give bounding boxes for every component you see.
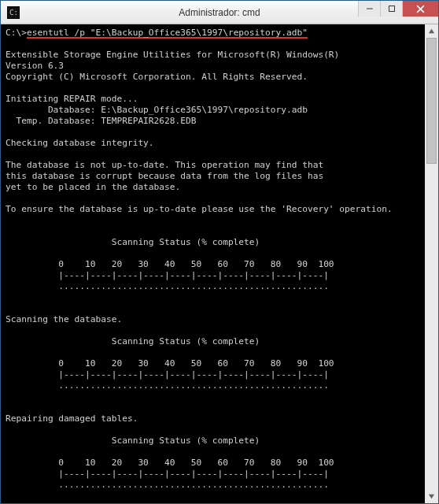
prompt: C:\> xyxy=(6,28,27,38)
cmd-window: C: Administrador: cmd C:\>esentutl /p "E… xyxy=(0,0,439,504)
svg-rect-4 xyxy=(389,6,394,12)
out-line: Scanning Status (% complete) xyxy=(6,435,260,446)
out-line: 0 10 20 30 40 50 60 70 80 90 100 xyxy=(6,458,334,468)
out-line: |----|----|----|----|----|----|----|----… xyxy=(6,270,329,280)
out-line: Copyright (C) Microsoft Corporation. All… xyxy=(6,72,308,82)
close-button[interactable] xyxy=(402,1,438,17)
terminal-output[interactable]: C:\>esentutl /p "E:\Backup_Office365\199… xyxy=(1,24,438,503)
out-line: Extensible Storage Engine Utilities for … xyxy=(6,50,339,60)
scroll-up-button[interactable] xyxy=(425,24,438,38)
out-line: Scanning Status (% complete) xyxy=(6,237,260,247)
out-line: yet to be placed in the database. xyxy=(6,182,180,192)
scroll-down-button[interactable] xyxy=(425,490,438,503)
out-line: Database: E:\Backup_Office365\1997\repos… xyxy=(6,105,308,115)
out-line: Scanning Status (% complete) xyxy=(6,336,260,346)
scroll-thumb[interactable] xyxy=(426,38,437,164)
cmd-icon: C: xyxy=(7,6,20,19)
out-line: The database is not up-to-date. This ope… xyxy=(6,160,323,170)
out-line: this database is corrupt because data fr… xyxy=(6,171,323,181)
out-line: ........................................… xyxy=(6,281,329,291)
out-line: Temp. Database: TEMPREPAIR2628.EDB xyxy=(6,116,196,126)
out-line: 0 10 20 30 40 50 60 70 80 90 100 xyxy=(6,259,334,269)
svg-marker-8 xyxy=(429,495,434,498)
maximize-button[interactable] xyxy=(380,1,402,17)
svg-text:C:: C: xyxy=(9,9,18,17)
out-line: ........................................… xyxy=(6,380,329,391)
out-line: ........................................… xyxy=(6,480,329,490)
out-line: Initiating REPAIR mode... xyxy=(6,94,138,104)
out-line: |----|----|----|----|----|----|----|----… xyxy=(6,369,329,380)
out-line: Repairing damaged tables. xyxy=(6,413,138,424)
minimize-button[interactable] xyxy=(358,1,380,17)
titlebar[interactable]: C: Administrador: cmd xyxy=(1,1,438,24)
svg-marker-7 xyxy=(429,29,434,33)
command-text: esentutl /p "E:\Backup_Office365\1997\re… xyxy=(27,28,308,38)
out-line: Scanning the database. xyxy=(6,314,122,324)
vertical-scrollbar[interactable] xyxy=(425,24,438,503)
out-line: |----|----|----|----|----|----|----|----… xyxy=(6,469,329,479)
out-line: 0 10 20 30 40 50 60 70 80 90 100 xyxy=(6,358,334,369)
out-line: Checking database integrity. xyxy=(6,138,154,148)
window-controls xyxy=(358,1,438,17)
window-title: Administrador: cmd xyxy=(179,7,260,18)
out-line: To ensure the database is up-to-date ple… xyxy=(6,204,393,214)
scroll-track[interactable] xyxy=(425,38,438,490)
out-line: Version 6.3 xyxy=(6,61,64,71)
